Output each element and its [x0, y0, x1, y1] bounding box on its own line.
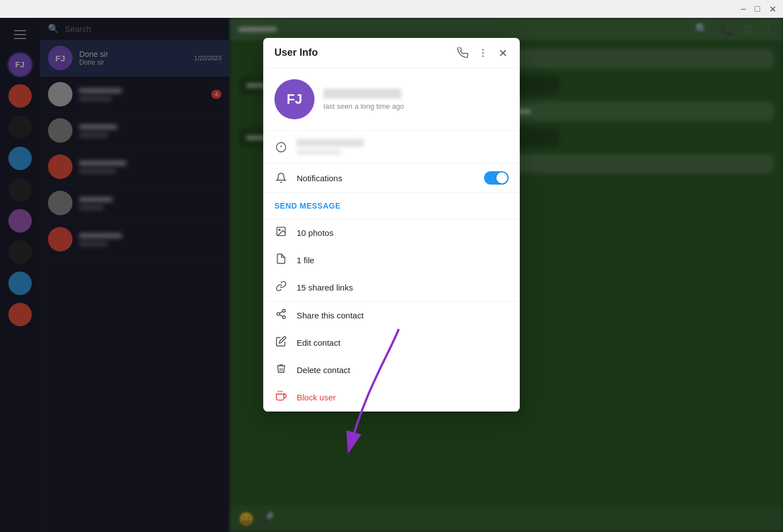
info-blurred-line1	[297, 139, 364, 147]
svg-point-10	[283, 309, 286, 312]
media-files-item[interactable]: 1 file	[263, 246, 520, 274]
media-photos-item[interactable]: 10 photos	[263, 219, 520, 246]
notifications-label: Notifications	[297, 173, 475, 183]
info-row	[263, 131, 520, 163]
close-button[interactable]: ✕	[769, 4, 776, 14]
delete-contact-label: Delete contact	[297, 365, 350, 375]
user-status: last seen a long time ago	[323, 102, 509, 110]
block-user-label: Block user	[297, 393, 336, 402]
modal-close-button[interactable]	[497, 47, 509, 59]
modal-more-button[interactable]	[477, 47, 489, 59]
actions-section: Share this contact Edit contact Delete c…	[263, 302, 520, 412]
svg-point-1	[482, 52, 484, 54]
svg-line-14	[279, 311, 283, 313]
bell-icon	[274, 172, 288, 183]
info-content	[297, 139, 509, 155]
svg-point-9	[279, 229, 281, 231]
svg-point-12	[283, 316, 286, 318]
link-icon	[274, 280, 288, 294]
share-contact-label: Share this contact	[297, 311, 364, 320]
maximize-button[interactable]: □	[755, 4, 760, 14]
notifications-row: Notifications	[263, 163, 520, 193]
share-contact-item[interactable]: Share this contact	[263, 302, 520, 329]
modal-phone-button[interactable]	[457, 47, 468, 59]
modal-title: User Info	[274, 47, 318, 59]
file-icon	[274, 253, 288, 267]
svg-line-13	[279, 315, 283, 316]
info-circle-icon	[274, 142, 288, 153]
delete-contact-item[interactable]: Delete contact	[263, 356, 520, 384]
links-label: 15 shared links	[297, 283, 353, 292]
user-name-blurred	[323, 89, 402, 99]
edit-contact-item[interactable]: Edit contact	[263, 329, 520, 356]
send-message-button[interactable]: SEND MESSAGE	[274, 201, 341, 210]
block-icon	[274, 390, 288, 404]
media-section: 10 photos 1 file 15 shared links	[263, 219, 520, 302]
user-details: last seen a long time ago	[323, 89, 509, 110]
block-user-item[interactable]: Block user	[263, 384, 520, 411]
minimize-button[interactable]: –	[741, 4, 746, 14]
svg-point-0	[482, 49, 484, 50]
user-info-modal: User Info FJ last seen a long	[263, 38, 520, 412]
send-message-section: SEND MESSAGE	[263, 193, 520, 219]
modal-header: User Info	[263, 38, 520, 68]
user-info-section: FJ last seen a long time ago	[263, 68, 520, 131]
photos-label: 10 photos	[297, 228, 334, 238]
notifications-toggle[interactable]	[484, 171, 509, 185]
photos-icon	[274, 226, 288, 240]
user-avatar: FJ	[274, 79, 315, 119]
media-links-item[interactable]: 15 shared links	[263, 274, 520, 301]
edit-icon	[274, 336, 288, 350]
delete-icon	[274, 363, 288, 377]
info-blurred-line2	[297, 149, 341, 155]
modal-header-actions	[457, 47, 509, 59]
window-chrome: – □ ✕	[0, 0, 783, 18]
edit-contact-label: Edit contact	[297, 338, 340, 347]
svg-point-2	[482, 55, 484, 57]
files-label: 1 file	[297, 255, 315, 265]
share-icon	[274, 308, 288, 322]
svg-point-11	[277, 313, 280, 316]
